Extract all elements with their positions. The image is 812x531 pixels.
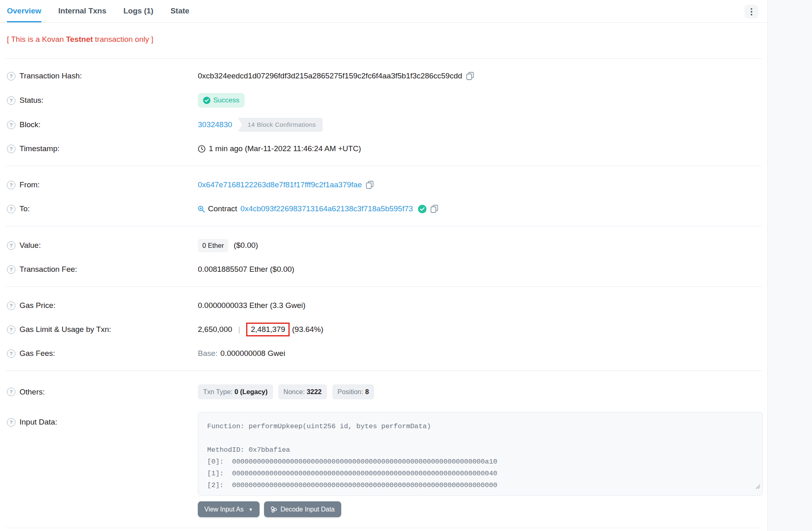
timestamp-label: Timestamp: (19, 144, 60, 153)
divider (6, 286, 762, 287)
row-to: ? To: Contract 0x4cb093f226983713164a621… (0, 202, 767, 216)
divider (6, 59, 762, 59)
ether-value-badge: 0 Ether (198, 239, 228, 252)
gas-limit-label: Gas Limit & Usage by Txn: (19, 325, 111, 334)
help-icon[interactable]: ? (7, 145, 15, 153)
to-label: To: (19, 204, 30, 213)
help-icon[interactable]: ? (7, 96, 15, 105)
row-from: ? From: 0x647e7168122263d8e7f81f17fff9c2… (0, 178, 767, 192)
gas-used-highlight-box: 2,481,379 (246, 323, 290, 336)
clock-icon (198, 145, 206, 153)
help-icon[interactable]: ? (7, 301, 15, 310)
help-icon[interactable]: ? (7, 418, 15, 427)
kebab-menu-icon (751, 8, 752, 15)
value-label: Value: (19, 241, 41, 250)
input-data-label: Input Data: (19, 418, 57, 427)
separator: | (238, 325, 240, 334)
testnet-notice: [ This is a Kovan Testnet transaction on… (7, 35, 767, 44)
block-number-link[interactable]: 30324830 (198, 120, 232, 129)
block-label: Block: (19, 120, 41, 129)
help-icon[interactable]: ? (7, 325, 15, 334)
tab-internal-txns[interactable]: Internal Txns (58, 0, 106, 22)
check-circle-icon (203, 97, 210, 104)
gas-price-label: Gas Price: (19, 301, 56, 310)
status-label: Status: (19, 96, 43, 105)
row-transaction-fee: ? Transaction Fee: 0.0081885507 Ether ($… (0, 262, 767, 276)
copy-icon[interactable] (466, 72, 474, 80)
transaction-fee-value: 0.0081885507 Ether ($0.00) (198, 265, 294, 274)
others-label: Others: (19, 388, 45, 397)
txn-type-chip: Txn Type:0 (Legacy) (198, 384, 273, 399)
divider (6, 528, 762, 528)
decode-input-data-button[interactable]: Decode Input Data (264, 501, 341, 517)
help-icon[interactable]: ? (7, 121, 15, 129)
row-status: ? Status: Success (0, 93, 767, 108)
transaction-fee-label: Transaction Fee: (19, 265, 77, 274)
gas-limit-value: 2,650,000 (198, 325, 232, 334)
tab-logs[interactable]: Logs (1) (123, 0, 154, 22)
decode-icon (271, 506, 277, 513)
help-icon[interactable]: ? (7, 388, 15, 396)
transaction-hash-label: Transaction Hash: (19, 72, 82, 80)
tab-state[interactable]: State (171, 0, 189, 22)
row-gas-limit-usage: ? Gas Limit & Usage by Txn: 2,650,000 | … (0, 323, 767, 336)
divider (6, 371, 762, 371)
status-text: Success (213, 96, 239, 104)
resize-handle-icon[interactable] (756, 481, 760, 493)
status-badge: Success (198, 93, 245, 108)
transaction-detail-card: Overview Internal Txns Logs (1) State [ … (0, 0, 768, 531)
row-transaction-hash: ? Transaction Hash: 0xcb324eedcd1d07296f… (0, 69, 767, 83)
base-fee-label: Base: (198, 349, 218, 358)
row-input-data: ? Input Data: Function: performUpkeep(ui… (0, 412, 767, 496)
divider (6, 166, 762, 166)
from-address-link[interactable]: 0x647e7168122263d8e7f81f17fff9c2f1aa379f… (198, 180, 362, 189)
more-options-button[interactable] (745, 5, 758, 19)
help-icon[interactable]: ? (7, 241, 15, 250)
help-icon[interactable]: ? (7, 349, 15, 358)
nonce-chip: Nonce:3222 (278, 384, 327, 399)
row-timestamp: ? Timestamp: 1 min ago (Mar-11-2022 11:4… (0, 142, 767, 156)
view-input-as-button[interactable]: View Input As ▼ (198, 501, 260, 517)
tab-bar: Overview Internal Txns Logs (1) State (0, 0, 767, 23)
block-confirmations-badge: 14 Block Confirmations (238, 118, 323, 132)
help-icon[interactable]: ? (7, 181, 15, 189)
value-usd: ($0.00) (234, 241, 258, 250)
row-gas-fees: ? Gas Fees: Base: 0.000000008 Gwei (0, 347, 767, 360)
to-address-link[interactable]: 0x4cb093f226983713164a62138c3f718a5b595f… (240, 204, 413, 213)
tab-overview[interactable]: Overview (7, 0, 41, 22)
chevron-down-icon: ▼ (249, 507, 253, 512)
input-data-actions: View Input As ▼ Decode Input Data (198, 501, 767, 517)
row-gas-price: ? Gas Price: 0.0000000033 Ether (3.3 Gwe… (0, 299, 767, 312)
help-icon[interactable]: ? (7, 265, 15, 274)
copy-icon[interactable] (431, 205, 438, 213)
timestamp-value: 1 min ago (Mar-11-2022 11:46:24 AM +UTC) (209, 144, 361, 153)
row-block: ? Block: 30324830 14 Block Confirmations (0, 118, 767, 132)
input-data-textarea[interactable]: Function: performUpkeep(uint256 id, byte… (198, 412, 763, 496)
row-value: ? Value: 0 Ether ($0.00) (0, 238, 767, 252)
base-fee-value: 0.000000008 Gwei (221, 349, 286, 358)
position-chip: Position:8 (332, 384, 374, 399)
help-icon[interactable]: ? (7, 205, 15, 213)
gas-fees-label: Gas Fees: (19, 349, 55, 358)
input-data-text: Function: performUpkeep(uint256 id, byte… (207, 423, 497, 489)
gas-used-percent: (93.64%) (292, 325, 323, 334)
verified-check-icon (418, 205, 427, 213)
magnifier-plus-icon[interactable] (198, 206, 205, 212)
to-contract-word: Contract (208, 204, 237, 213)
transaction-hash-value: 0xcb324eedcd1d07296fdf3d215a2865275f159c… (198, 72, 462, 80)
gas-price-value: 0.0000000033 Ether (3.3 Gwei) (198, 301, 305, 310)
row-others: ? Others: Txn Type:0 (Legacy) Nonce:3222… (0, 384, 767, 399)
divider (6, 226, 762, 226)
copy-icon[interactable] (366, 181, 374, 189)
help-icon[interactable]: ? (7, 72, 15, 80)
from-label: From: (19, 180, 40, 189)
gas-used-value: 2,481,379 (251, 325, 285, 334)
